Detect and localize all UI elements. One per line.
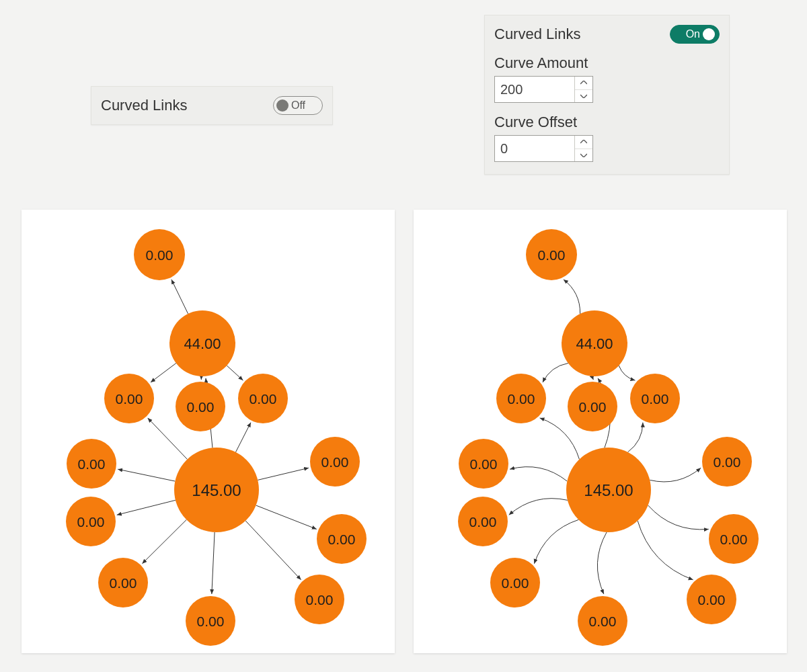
node-label: 0.00	[508, 391, 535, 407]
graph-node[interactable]: 145.00	[566, 448, 651, 532]
curved-links-label: Curved Links	[494, 26, 580, 43]
graph-edge	[638, 521, 693, 580]
graph-node[interactable]: 0.00	[66, 497, 116, 546]
graph-edge	[628, 423, 643, 452]
node-label: 0.00	[249, 391, 277, 407]
chevron-up-icon[interactable]	[575, 136, 592, 149]
curve-offset-stepper[interactable]: 0	[494, 135, 593, 162]
toggle-knob-icon	[703, 28, 715, 40]
toggle-state-label: On	[686, 28, 700, 40]
toggle-knob-icon	[276, 99, 289, 112]
node-label: 0.00	[579, 399, 607, 415]
stepper-arrows	[574, 136, 592, 161]
graph-edge	[258, 468, 309, 480]
stepper-arrows	[574, 77, 592, 102]
node-label: 145.00	[584, 481, 633, 499]
node-label: 0.00	[698, 592, 726, 607]
graph-edge	[543, 363, 568, 382]
graph-node[interactable]: 0.00	[104, 374, 154, 423]
node-label: 0.00	[538, 247, 566, 263]
graph-node[interactable]: 0.00	[458, 497, 508, 546]
graph-edge	[142, 519, 186, 563]
node-label: 44.00	[184, 335, 221, 352]
graph-node[interactable]: 0.00	[295, 575, 344, 624]
node-label: 0.00	[77, 514, 105, 530]
graph-edge	[650, 468, 701, 482]
graph-edge	[540, 418, 580, 460]
graph-edge	[148, 418, 188, 460]
chevron-down-icon[interactable]	[575, 90, 592, 103]
network-graph-curved[interactable]: 0.0044.000.000.000.00145.000.000.000.000…	[414, 210, 787, 653]
node-label: 0.00	[469, 514, 497, 530]
graph-node[interactable]: 0.00	[578, 596, 627, 646]
graph-edge	[236, 423, 251, 452]
graph-edge	[648, 505, 709, 530]
node-label: 0.00	[110, 575, 137, 591]
curved-links-toggle[interactable]: On	[670, 25, 720, 44]
curve-amount-stepper[interactable]: 200	[494, 76, 593, 103]
graph-node[interactable]: 0.00	[459, 439, 508, 489]
graph-edge	[509, 499, 568, 515]
node-label: 0.00	[589, 614, 617, 629]
curved-links-row: Curved Links On	[494, 25, 720, 44]
graph-node[interactable]: 0.00	[67, 439, 116, 489]
node-label: 0.00	[197, 614, 225, 629]
node-label: 0.00	[306, 592, 334, 607]
node-label: 0.00	[720, 532, 748, 547]
curved-links-label: Curved Links	[101, 97, 187, 114]
curved-links-row: Curved Links Off	[101, 96, 323, 115]
node-label: 0.00	[146, 247, 174, 263]
graph-node[interactable]: 44.00	[169, 310, 235, 376]
settings-card-left: Curved Links Off	[91, 86, 333, 125]
graph-node[interactable]: 0.00	[687, 575, 736, 624]
network-graph-straight[interactable]: 0.0044.000.000.000.00145.000.000.000.000…	[22, 210, 395, 653]
graph-edge	[534, 519, 578, 563]
graph-node[interactable]: 0.00	[186, 596, 235, 646]
curve-offset-label: Curve Offset	[494, 114, 720, 131]
node-label: 0.00	[328, 532, 356, 547]
graph-node[interactable]: 0.00	[176, 382, 225, 431]
node-label: 0.00	[470, 456, 498, 472]
graph-edge	[212, 532, 215, 594]
node-label: 44.00	[576, 335, 613, 352]
curve-offset-value[interactable]: 0	[495, 136, 574, 161]
graph-edge	[245, 521, 301, 580]
graph-edge	[227, 366, 243, 380]
node-label: 0.00	[116, 391, 143, 407]
graph-node[interactable]: 0.00	[134, 229, 185, 280]
curve-amount-value[interactable]: 200	[495, 77, 574, 102]
node-label: 0.00	[187, 399, 215, 415]
node-label: 145.00	[192, 481, 241, 499]
graph-node[interactable]: 0.00	[310, 437, 360, 487]
graph-node[interactable]: 0.00	[709, 514, 759, 564]
graph-node[interactable]: 0.00	[98, 558, 148, 607]
graph-edge	[256, 505, 317, 529]
graph-edge	[151, 363, 176, 382]
graph-edge	[593, 376, 594, 380]
graph-node[interactable]: 0.00	[496, 374, 546, 423]
graph-node[interactable]: 0.00	[568, 382, 617, 431]
curved-links-toggle[interactable]: Off	[273, 96, 323, 115]
graph-edge	[118, 469, 175, 481]
node-label: 0.00	[642, 391, 669, 407]
graph-node[interactable]: 145.00	[174, 448, 259, 532]
graph-edge	[510, 467, 567, 481]
graph-node[interactable]: 0.00	[526, 229, 577, 280]
node-label: 0.00	[502, 575, 529, 591]
graph-edge	[564, 280, 580, 314]
graph-node[interactable]: 0.00	[702, 437, 752, 487]
chevron-up-icon[interactable]	[575, 77, 592, 90]
chevron-down-icon[interactable]	[575, 149, 592, 162]
graph-panel-curved[interactable]: 0.0044.000.000.000.00145.000.000.000.000…	[414, 210, 787, 653]
graph-node[interactable]: 0.00	[630, 374, 680, 423]
graph-panel-straight[interactable]: 0.0044.000.000.000.00145.000.000.000.000…	[22, 210, 395, 653]
node-label: 0.00	[321, 454, 349, 470]
curve-amount-label: Curve Amount	[494, 54, 720, 72]
graph-edge	[117, 500, 176, 515]
node-label: 0.00	[714, 454, 741, 470]
graph-node[interactable]: 0.00	[317, 514, 367, 564]
graph-node[interactable]: 0.00	[490, 558, 540, 607]
graph-edge	[619, 366, 635, 380]
graph-node[interactable]: 44.00	[562, 310, 627, 376]
graph-node[interactable]: 0.00	[238, 374, 288, 423]
